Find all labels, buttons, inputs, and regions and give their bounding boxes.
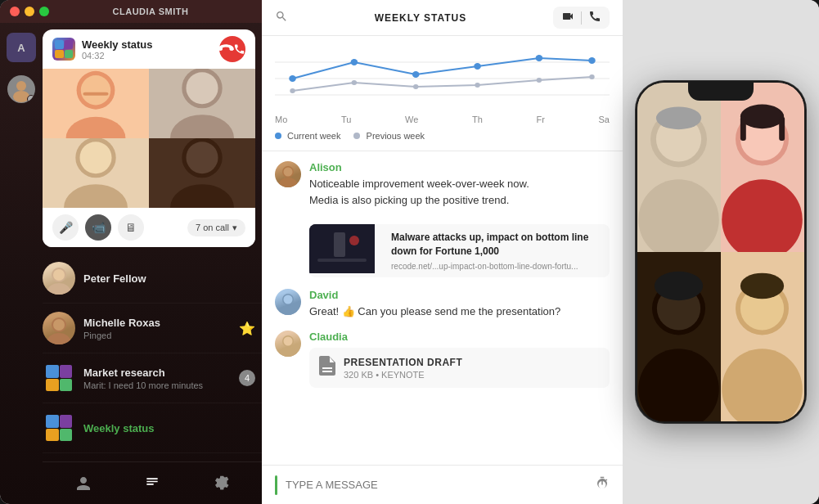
- app-container: CLAUDIA SMITH A: [0, 0, 819, 504]
- chart-legend: Current week Previous week: [275, 128, 610, 144]
- icon-p: [65, 40, 74, 49]
- conv-info-peter: Peter Fellow: [83, 272, 255, 285]
- message-text-alison: Noticeable improvement week-over-week no…: [309, 176, 610, 208]
- phone-cell-young-man: [721, 252, 804, 421]
- svg-point-0: [16, 81, 26, 91]
- svg-point-52: [284, 337, 293, 346]
- end-call-button[interactable]: [219, 36, 245, 62]
- video-call-button[interactable]: [561, 10, 574, 25]
- file-icon: [319, 356, 335, 380]
- conv-name-michelle: Michelle Roxas: [83, 317, 231, 329]
- on-call-badge[interactable]: 7 on call ▾: [187, 219, 245, 236]
- sidebar: CLAUDIA SMITH A: [0, 0, 262, 504]
- maximize-button[interactable]: [39, 7, 49, 16]
- file-card[interactable]: PRESENTATION DRAFT 320 KB • KEYNOTE: [309, 348, 610, 388]
- svg-point-33: [589, 74, 594, 79]
- svg-point-39: [588, 57, 596, 64]
- svg-point-41: [279, 178, 297, 187]
- svg-point-49: [284, 295, 293, 304]
- svg-point-36: [412, 71, 420, 78]
- news-card[interactable]: Malware attacks up, impact on bottom lin…: [309, 224, 610, 277]
- chat-header-title: WEEKLY STATUS: [298, 12, 543, 24]
- notification-badge: [27, 95, 35, 103]
- call-controls: 🎤 📹 🖥 7 on call ▾: [43, 208, 255, 247]
- avatar-david: [275, 289, 301, 315]
- conv-name-market: Market research: [83, 367, 231, 379]
- mute-button[interactable]: 🎤: [52, 214, 79, 241]
- weekly-chart: [275, 46, 610, 111]
- video-cell-3: [43, 138, 149, 208]
- svg-point-69: [655, 272, 703, 300]
- svg-point-62: [740, 105, 784, 129]
- svg-point-51: [279, 347, 297, 357]
- phone-mockup-area: [623, 0, 819, 504]
- conv-name-weekly: Weekly status: [83, 422, 255, 434]
- conv-item-weekly[interactable]: Weekly status: [43, 403, 262, 453]
- svg-point-29: [352, 80, 357, 85]
- news-info: Malware attacks up, impact on bottom lin…: [385, 224, 610, 277]
- avatar-alison: [275, 161, 301, 187]
- conv-info-market: Market research Marit: I need 10 more mi…: [83, 367, 231, 390]
- svg-rect-44: [334, 232, 345, 257]
- message-text-david: Great! 👍 Can you please send me the pres…: [309, 304, 610, 320]
- minimize-button[interactable]: [25, 7, 34, 16]
- sender-david: David: [309, 289, 610, 301]
- contact-avatar-small[interactable]: [7, 75, 35, 103]
- nav-settings[interactable]: [205, 467, 237, 500]
- message-row-david: David Great! 👍 Can you please send me th…: [275, 289, 610, 320]
- bottom-nav: [43, 461, 262, 504]
- video-cell-2: [149, 69, 255, 138]
- svg-rect-64: [779, 116, 785, 141]
- message-row-claudia: Claudia PRESENTATION DRAFT 320 KB • KEYN…: [275, 331, 610, 388]
- news-card-content: Malware attacks up, impact on bottom lin…: [309, 219, 610, 277]
- call-title: Weekly status: [82, 38, 213, 51]
- message-content-david: David Great! 👍 Can you please send me th…: [309, 289, 610, 320]
- call-app-icon: [52, 38, 75, 61]
- chart-area: Mo Tu We Th Fr Sa Current week Previous …: [262, 36, 623, 151]
- sidebar-content: Weekly status 04:32: [43, 23, 262, 504]
- icon-m: [55, 40, 64, 49]
- current-week-dot: [275, 133, 281, 139]
- phone-notch: [688, 83, 754, 101]
- conv-item-michelle[interactable]: Michelle Roxas Pinged ⭐: [43, 304, 262, 353]
- traffic-lights: [10, 7, 49, 16]
- svg-rect-63: [740, 116, 746, 141]
- nav-chats[interactable]: [136, 467, 169, 500]
- search-button[interactable]: [275, 10, 288, 26]
- active-call-card: Weekly status 04:32: [43, 29, 255, 247]
- avatar-claudia: [275, 331, 301, 357]
- user-avatar-hex[interactable]: A: [7, 33, 36, 62]
- phone-call-button[interactable]: [588, 10, 601, 25]
- svg-point-5: [81, 75, 110, 105]
- call-timer: 04:32: [82, 51, 213, 61]
- icon-a: [65, 50, 74, 59]
- message-input-area: [262, 465, 623, 504]
- header-call-area: [553, 7, 610, 29]
- header-divider: [581, 11, 582, 25]
- message-row-news: Malware attacks up, impact on bottom lin…: [275, 219, 610, 277]
- news-thumbnail: [309, 224, 375, 273]
- video-call-grid: [43, 69, 255, 208]
- message-input[interactable]: [286, 479, 587, 491]
- conv-avatar-market: [43, 362, 75, 394]
- svg-point-18: [187, 142, 218, 173]
- timer-icon[interactable]: [595, 476, 610, 494]
- nav-contacts[interactable]: [67, 467, 100, 500]
- svg-point-23: [47, 333, 70, 344]
- file-name: PRESENTATION DRAFT: [344, 357, 462, 368]
- svg-point-14: [80, 142, 112, 173]
- conv-avatar-michelle: [43, 312, 75, 344]
- file-details: PRESENTATION DRAFT 320 KB • KEYNOTE: [344, 357, 462, 380]
- svg-point-34: [289, 75, 296, 82]
- file-meta: 320 KB • KEYNOTE: [344, 370, 462, 380]
- video-button[interactable]: 📹: [85, 214, 111, 241]
- svg-point-10: [187, 72, 218, 104]
- svg-point-38: [536, 55, 543, 61]
- call-info: Weekly status 04:32: [82, 38, 213, 61]
- video-cell-4: [149, 138, 255, 208]
- screen-share-button[interactable]: 🖥: [118, 214, 144, 241]
- conv-item-market[interactable]: Market research Marit: I need 10 more mi…: [43, 353, 262, 403]
- conv-item-peter[interactable]: Peter Fellow: [43, 254, 262, 304]
- conv-info-michelle: Michelle Roxas Pinged: [83, 317, 231, 340]
- close-button[interactable]: [10, 7, 20, 16]
